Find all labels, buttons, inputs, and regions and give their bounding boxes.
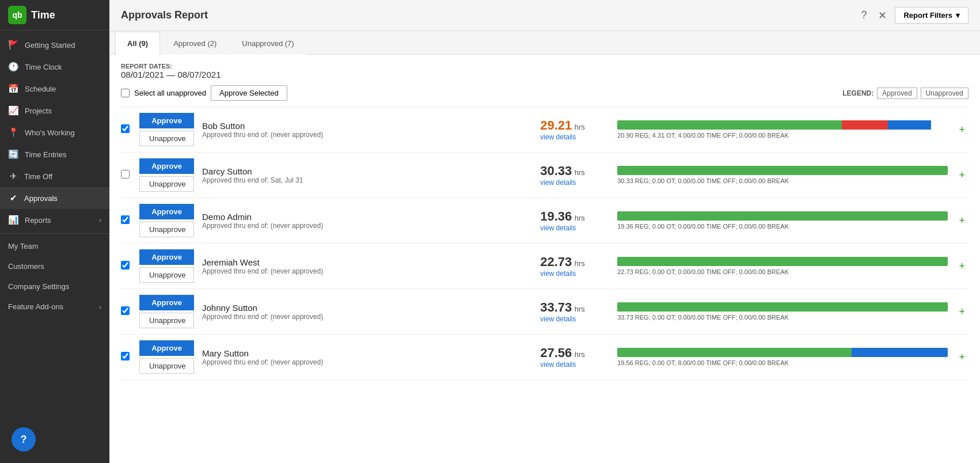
row-actions-0: Approve Unapprove — [139, 113, 194, 146]
checkbox-0[interactable] — [121, 124, 130, 133]
sidebar-item-reports[interactable]: 📊 Reports › — [0, 209, 109, 231]
bar-detail-1: 30.33 REG; 0.00 OT; 0.00/0.00 TIME OFF; … — [617, 177, 947, 184]
approve-button-1[interactable]: Approve — [139, 158, 194, 174]
employee-info-3: Jeremiah West Approved thru end of: (nev… — [202, 257, 532, 275]
approve-selected-button[interactable]: Approve Selected — [211, 85, 287, 101]
report-filters-button[interactable]: Report Filters ▾ — [895, 7, 968, 24]
view-details-link-1[interactable]: view details — [540, 179, 609, 187]
page-header: Approvals Report ? ✕ Report Filters ▾ — [109, 0, 980, 31]
approve-button-3[interactable]: Approve — [139, 249, 194, 265]
hours-unit-4: hrs — [575, 305, 585, 313]
unapprove-button-1[interactable]: Unapprove — [139, 176, 194, 192]
sidebar-item-projects[interactable]: 📈 Projects — [0, 100, 109, 122]
checkbox-1[interactable] — [121, 170, 130, 179]
close-button[interactable]: ✕ — [875, 8, 890, 23]
employee-name-1: Darcy Sutton — [202, 166, 532, 176]
view-details-link-4[interactable]: view details — [540, 315, 609, 323]
bar-section-5: 19.56 REG; 0.00 OT; 8.00/0.00 TIME OFF; … — [617, 348, 947, 366]
checkbox-4[interactable] — [121, 306, 130, 315]
hours-value-3: 22.73 — [540, 255, 572, 269]
sidebar-item-customers[interactable]: Customers — [0, 256, 109, 276]
approve-button-5[interactable]: Approve — [139, 340, 194, 356]
unapprove-button-3[interactable]: Unapprove — [139, 267, 194, 283]
employee-info-5: Mary Sutton Approved thru end of: (never… — [202, 348, 532, 366]
unapprove-button-2[interactable]: Unapprove — [139, 222, 194, 237]
sidebar-item-my-team[interactable]: My Team — [0, 236, 109, 256]
page-title: Approvals Report — [121, 9, 208, 21]
expand-button-1[interactable]: + — [956, 169, 969, 181]
employee-approved-thru-1: Approved thru end of: Sat, Jul 31 — [202, 176, 532, 184]
time-off-icon: ✈ — [8, 171, 18, 181]
expand-button-0[interactable]: + — [956, 124, 969, 136]
employee-name-0: Bob Sutton — [202, 121, 532, 131]
hours-section-2: 19.36 hrs view details — [540, 209, 609, 232]
row-checkbox-4[interactable] — [121, 306, 131, 317]
bar-section-4: 33.73 REG; 0.00 OT; 0.00/0.00 TIME OFF; … — [617, 302, 947, 321]
unapprove-button-5[interactable]: Unapprove — [139, 358, 194, 374]
sidebar-label-time-entries: Time Entries — [25, 150, 66, 159]
row-checkbox-0[interactable] — [121, 124, 131, 135]
view-details-link-2[interactable]: view details — [540, 224, 609, 232]
bar-detail-4: 33.73 REG; 0.00 OT; 0.00/0.00 TIME OFF; … — [617, 314, 947, 321]
tab-approved[interactable]: Approved (2) — [161, 32, 229, 55]
chevron-down-icon: ▾ — [956, 11, 960, 20]
checkbox-5[interactable] — [121, 352, 130, 360]
checkbox-2[interactable] — [121, 215, 130, 224]
select-left: Select all unapproved Approve Selected — [121, 85, 287, 101]
sidebar-item-company-settings[interactable]: Company Settings — [0, 276, 109, 297]
expand-button-4[interactable]: + — [956, 306, 969, 318]
row-checkbox-3[interactable] — [121, 261, 131, 272]
sidebar-item-getting-started[interactable]: 🚩 Getting Started — [0, 34, 109, 56]
employee-name-5: Mary Sutton — [202, 348, 532, 358]
employee-info-2: Demo Admin Approved thru end of: (never … — [202, 212, 532, 230]
sidebar-item-time-entries[interactable]: 🔄 Time Entries — [0, 143, 109, 165]
bar-section-2: 19.36 REG; 0.00 OT; 0.00/0.00 TIME OFF; … — [617, 211, 947, 230]
approve-button-4[interactable]: Approve — [139, 295, 194, 310]
approve-button-0[interactable]: Approve — [139, 113, 194, 128]
bar-chart-3 — [617, 257, 947, 266]
sidebar-label-projects: Projects — [25, 107, 52, 115]
approve-button-2[interactable]: Approve — [139, 204, 194, 219]
row-actions-4: Approve Unapprove — [139, 295, 194, 328]
getting-started-icon: 🚩 — [8, 40, 19, 50]
bar-chart-1 — [617, 166, 947, 175]
logo-icon: qb — [8, 6, 26, 24]
sidebar-item-approvals[interactable]: ✔ Approvals — [0, 187, 109, 209]
expand-button-3[interactable]: + — [956, 260, 969, 272]
unapprove-button-4[interactable]: Unapprove — [139, 313, 194, 328]
bar-chart-0 — [617, 120, 947, 130]
view-details-link-5[interactable]: view details — [540, 360, 609, 369]
expand-button-5[interactable]: + — [956, 351, 969, 363]
sidebar-label-whos-working: Who's Working — [25, 128, 75, 137]
tab-all[interactable]: All (9) — [115, 32, 160, 55]
time-entries-icon: 🔄 — [8, 149, 19, 160]
sidebar-label-getting-started: Getting Started — [25, 41, 75, 50]
sidebar-item-schedule[interactable]: 📅 Schedule — [0, 78, 109, 100]
view-details-link-0[interactable]: view details — [540, 133, 609, 141]
help-icon-button[interactable]: ? — [857, 8, 870, 22]
expand-button-2[interactable]: + — [956, 215, 969, 227]
sidebar-label-customers: Customers — [8, 262, 44, 271]
view-details-link-3[interactable]: view details — [540, 270, 609, 278]
sidebar-item-time-off[interactable]: ✈ Time Off — [0, 165, 109, 187]
select-all-checkbox[interactable] — [121, 89, 130, 97]
select-all-label: Select all unapproved — [134, 89, 206, 97]
bar-section-3: 22.73 REG; 0.00 OT; 0.00/0.00 TIME OFF; … — [617, 257, 947, 275]
help-button[interactable]: ? — [12, 427, 36, 451]
row-checkbox-5[interactable] — [121, 352, 131, 363]
approvals-icon: ✔ — [8, 193, 18, 203]
tab-unapproved[interactable]: Unapproved (7) — [230, 32, 306, 55]
sidebar: qb Time 🚩 Getting Started 🕐 Time Clock 📅… — [0, 0, 109, 463]
row-checkbox-2[interactable] — [121, 215, 131, 226]
hours-section-5: 27.56 hrs view details — [540, 346, 609, 369]
sidebar-item-whos-working[interactable]: 📍 Who's Working — [0, 122, 109, 143]
checkbox-3[interactable] — [121, 261, 130, 270]
employee-list: Approve Unapprove Bob Sutton Approved th… — [121, 107, 968, 380]
app-logo[interactable]: qb Time — [0, 0, 109, 31]
sidebar-item-feature-addons[interactable]: Feature Add-ons › — [0, 297, 109, 317]
employee-approved-thru-5: Approved thru end of: (never approved) — [202, 358, 532, 366]
sidebar-label-time-clock: Time Clock — [25, 63, 62, 71]
unapprove-button-0[interactable]: Unapprove — [139, 131, 194, 146]
row-checkbox-1[interactable] — [121, 170, 131, 181]
sidebar-item-time-clock[interactable]: 🕐 Time Clock — [0, 56, 109, 78]
